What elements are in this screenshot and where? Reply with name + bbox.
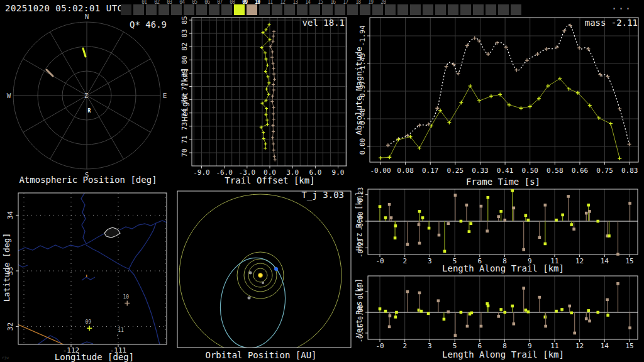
frame-cell-11[interactable]: 11 (259, 0, 270, 16)
frame-thumbnail[interactable] (247, 4, 257, 15)
residual-point (503, 219, 506, 222)
frame-thumbnail[interactable] (410, 4, 421, 15)
frame-thumbnail[interactable] (486, 4, 496, 15)
frame-thumbnail[interactable] (146, 4, 157, 15)
svg-text:32: 32 (6, 322, 14, 331)
tisserand-badge: T_j 3.03 (256, 190, 344, 200)
frame-cell-blank[interactable] (498, 0, 509, 16)
orbit-panel-title: Orbital Position [AU] (198, 350, 324, 360)
frame-cell-09[interactable]: 09 (234, 0, 245, 16)
frame-cell-blank[interactable] (448, 0, 458, 16)
frame-cell-blank[interactable] (121, 0, 131, 16)
frame-cell-05[interactable]: 05 (184, 0, 194, 16)
frame-cell-blank[interactable] (460, 0, 471, 16)
frame-cell-13[interactable]: 13 (284, 0, 295, 16)
residual-point (460, 220, 463, 223)
frame-thumbnail[interactable] (448, 4, 458, 15)
frame-thumbnail[interactable] (498, 4, 509, 15)
frame-thumbnail[interactable] (309, 4, 320, 15)
frame-cell-04[interactable]: 04 (171, 0, 182, 16)
frame-cell-07[interactable]: 07 (209, 0, 219, 16)
frame-thumbnail[interactable] (259, 4, 270, 15)
residual-point (499, 210, 502, 213)
frame-cell-blank[interactable] (473, 0, 484, 16)
frame-thumbnail[interactable] (284, 4, 295, 15)
frame-cell-16[interactable]: 16 (322, 0, 333, 16)
svg-text:0.75: 0.75 (596, 167, 613, 175)
frame-thumbnail[interactable] (372, 4, 383, 15)
frame-thumbnail[interactable] (335, 4, 345, 15)
frame-cell-blank[interactable] (511, 0, 521, 16)
residual-point (567, 195, 570, 198)
meteoroid-orbit (214, 254, 291, 353)
smoothed-lightcurve (386, 24, 631, 147)
residual-point (454, 194, 457, 197)
residual-point (388, 203, 391, 206)
frame-cell-blank[interactable] (385, 0, 396, 16)
frame-cell-17[interactable]: 17 (335, 0, 345, 16)
frame-cell-blank[interactable] (410, 0, 421, 16)
svg-text:0.17: 0.17 (422, 167, 439, 175)
frame-cell-18[interactable]: 18 (347, 0, 358, 16)
frame-thumbnail[interactable] (158, 4, 169, 15)
residual-point (570, 223, 573, 226)
residual-point (628, 326, 631, 329)
magnitude-axis-label: Absolute Magnitude (354, 35, 364, 148)
frame-thumbnail[interactable] (460, 4, 471, 15)
frame-thumbnail[interactable] (397, 4, 408, 15)
latitude-axis-label: Latitude [deg] (2, 224, 11, 312)
frame-thumbnail[interactable] (322, 4, 333, 15)
frame-cell-19[interactable]: 19 (360, 0, 370, 16)
frame-thumbnail[interactable] (360, 4, 370, 15)
frame-cell-10[interactable]: 10 (247, 0, 257, 16)
trail-offset-axis-label: Trail Offset [km] (207, 175, 333, 185)
frame-cell-03[interactable]: 03 (158, 0, 169, 16)
frame-thumbnail[interactable] (511, 4, 521, 15)
river-line (129, 223, 156, 269)
frame-thumbnail[interactable] (221, 4, 232, 15)
frame-thumbnail[interactable] (297, 4, 308, 15)
frame-cell-01[interactable]: 01 (133, 0, 144, 16)
frame-cell-15[interactable]: 15 (309, 0, 320, 16)
frame-cell-20[interactable]: 20 (372, 0, 383, 16)
residual-point (486, 196, 489, 199)
frame-cell-02[interactable]: 02 (146, 0, 157, 16)
frame-thumbnail[interactable] (473, 4, 484, 15)
residual-point (447, 310, 450, 314)
residual-point (384, 216, 387, 219)
residual-point (379, 205, 382, 208)
residual-point (513, 207, 516, 210)
frame-thumbnail[interactable] (171, 4, 182, 15)
frame-cell-12[interactable]: 12 (272, 0, 282, 16)
frame-cell-06[interactable]: 06 (196, 0, 207, 16)
residual-point (561, 214, 564, 217)
frame-thumbnail[interactable] (209, 4, 219, 15)
frame-thumbnail[interactable] (234, 4, 245, 15)
horz_res-plot: -0235689111214150.23-0.00-0.23 (357, 187, 638, 265)
residual-point (486, 229, 489, 233)
frame-thumbnail[interactable] (184, 4, 194, 15)
frame-cell-blank[interactable] (423, 0, 433, 16)
height-axis-label: Height [km] (180, 57, 189, 133)
frame-thumbnail[interactable] (196, 4, 207, 15)
frame-thumbnail[interactable] (385, 4, 396, 15)
frame-cell-blank[interactable] (397, 0, 408, 16)
frame-thumbnail[interactable] (121, 4, 131, 15)
frame-thumbnail[interactable] (435, 4, 446, 15)
frame-thumbnail[interactable] (272, 4, 282, 15)
frame-thumbnail[interactable] (423, 4, 433, 15)
frame-cell-blank[interactable] (486, 0, 496, 16)
frame-cell-blank[interactable] (435, 0, 446, 16)
frame-thumbnail[interactable] (133, 4, 144, 15)
svg-text:-0: -0 (375, 257, 384, 265)
residual-point (480, 205, 483, 208)
svg-text:W: W (7, 92, 11, 100)
residual-point (527, 219, 530, 222)
residual-point (499, 308, 502, 311)
overflow-menu[interactable]: ... (611, 1, 639, 12)
frame-cell-14[interactable]: 14 (297, 0, 308, 16)
svg-text:11: 11 (118, 327, 124, 333)
frame-cell-08[interactable]: 08 (221, 0, 232, 16)
frame-thumbnail[interactable] (347, 4, 358, 15)
river-line (18, 244, 86, 251)
